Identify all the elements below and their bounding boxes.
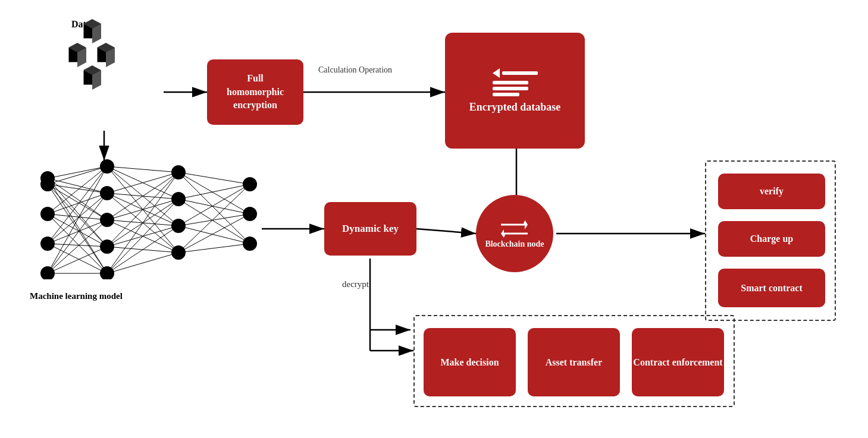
db-icon <box>493 68 538 96</box>
asset-transfer-box: Asset transfer <box>528 328 620 396</box>
bottom-dashed-container: Make decision Asset transfer Contract en… <box>413 315 735 407</box>
encrypted-database-box: Encrypted database <box>445 33 585 149</box>
svg-line-7 <box>416 229 476 234</box>
verify-box: verify <box>718 174 825 209</box>
encrypted-db-label: Encrypted database <box>469 101 561 114</box>
data-icon <box>62 18 122 103</box>
contract-enforcement-box: Contract enforcement <box>632 328 724 396</box>
make-decision-box: Make decision <box>424 328 516 396</box>
right-dashed-container: verify Charge up Smart contract <box>705 160 836 321</box>
dynamic-key-box: Dynamic key <box>324 202 416 256</box>
charge-up-box: Charge up <box>718 221 825 257</box>
full-homomorphic-encryption-box: Full homomorphic encryption <box>207 59 303 125</box>
svg-marker-26 <box>501 229 504 238</box>
smart-contract-box: Smart contract <box>718 269 825 307</box>
decrypt-label: decrypt <box>342 279 369 289</box>
blockchain-node-circle: Blockchain node <box>476 195 553 272</box>
diagram: Data Full homomorphic encryption Calcu <box>0 0 868 438</box>
swap-icon <box>498 219 531 240</box>
ml-model-label: Machine learning model <box>30 291 123 301</box>
svg-marker-25 <box>525 220 528 229</box>
calculation-operation-label: Calculation Operation <box>318 65 392 75</box>
neural-network-canvas <box>18 155 262 279</box>
bc-node-label: Blockchain node <box>485 240 544 249</box>
